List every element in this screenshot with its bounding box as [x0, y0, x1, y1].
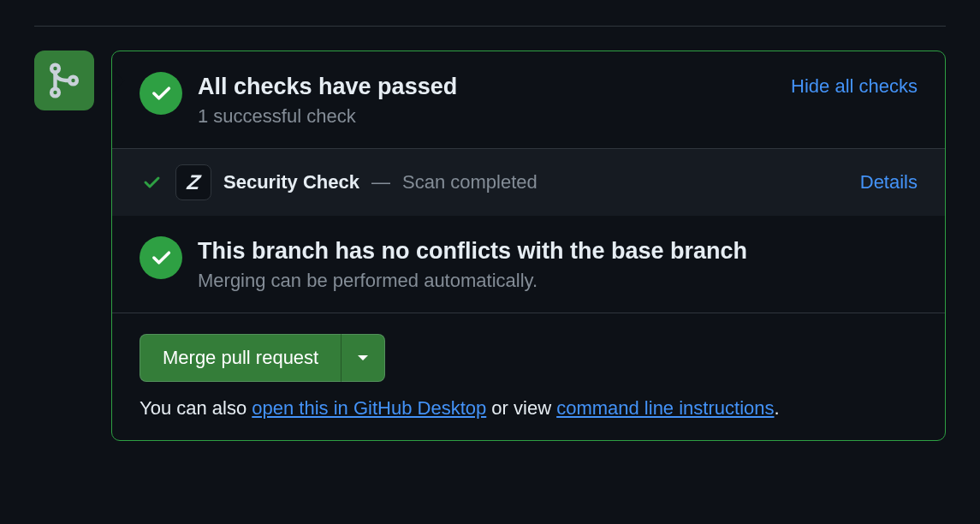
merge-panel: All checks have passed 1 successful chec… — [111, 51, 946, 441]
merge-options-dropdown-button[interactable] — [341, 334, 385, 382]
help-prefix: You can also — [140, 397, 252, 419]
help-middle: or view — [486, 397, 556, 419]
checkmark-icon — [149, 246, 173, 270]
checks-title: All checks have passed — [198, 74, 775, 100]
conflicts-text: This branch has no conflicts with the ba… — [198, 236, 918, 292]
merge-status-container: All checks have passed 1 successful chec… — [34, 51, 946, 441]
checks-subtitle: 1 successful check — [198, 105, 775, 128]
merge-button-group: Merge pull request — [140, 334, 385, 382]
git-merge-icon — [46, 63, 82, 98]
security-app-icon: Z — [175, 164, 211, 200]
open-desktop-link[interactable]: open this in GitHub Desktop — [252, 397, 486, 419]
check-item-status: Scan completed — [402, 171, 538, 194]
hide-checks-link[interactable]: Hide all checks — [791, 72, 918, 98]
checkmark-icon — [141, 172, 162, 193]
checks-summary-section: All checks have passed 1 successful chec… — [112, 51, 945, 148]
security-app-glyph: Z — [186, 170, 202, 194]
conflicts-title: This branch has no conflicts with the ba… — [198, 238, 918, 265]
success-badge — [140, 236, 182, 279]
check-item-status-icon — [140, 172, 163, 193]
checks-summary-text: All checks have passed 1 successful chec… — [198, 72, 775, 128]
conflicts-section: This branch has no conflicts with the ba… — [112, 216, 945, 313]
check-details-link[interactable]: Details — [860, 171, 918, 194]
help-suffix: . — [775, 397, 780, 419]
top-divider — [34, 26, 946, 27]
svg-point-0 — [51, 65, 59, 73]
merge-actions-section: Merge pull request You can also open thi… — [112, 313, 945, 440]
check-item-row: Z Security Check — Scan completed Detail… — [112, 148, 945, 216]
merge-help-text: You can also open this in GitHub Desktop… — [140, 397, 918, 420]
chevron-down-icon — [357, 354, 369, 362]
svg-point-1 — [51, 89, 59, 97]
merge-icon-badge — [34, 51, 94, 110]
conflicts-subtitle: Merging can be performed automatically. — [198, 270, 918, 292]
check-item-name: Security Check — [223, 171, 359, 194]
cli-instructions-link[interactable]: command line instructions — [556, 397, 774, 419]
success-badge — [140, 72, 182, 115]
svg-point-2 — [69, 77, 77, 85]
merge-pull-request-button[interactable]: Merge pull request — [140, 334, 341, 382]
check-item-separator: — — [371, 171, 390, 194]
checkmark-icon — [149, 81, 173, 105]
